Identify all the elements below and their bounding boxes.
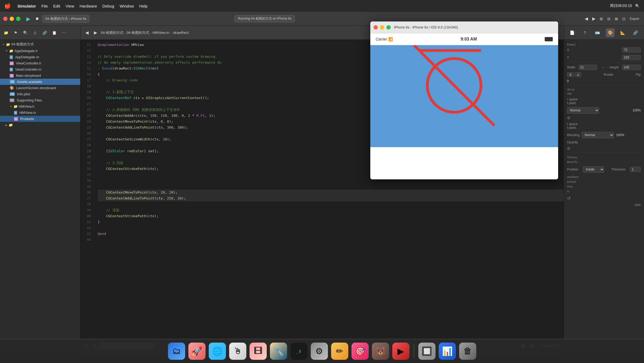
sidebar-btn-4[interactable]: ⚠	[31, 29, 39, 37]
dock-launchpad[interactable]: 🚀	[188, 343, 206, 360]
file-label: Assets.xcassets	[17, 80, 42, 84]
x-input[interactable]	[622, 47, 641, 53]
dock-terminal[interactable]: _$	[290, 343, 308, 360]
sidebar-btn-3[interactable]: 🔍	[21, 29, 29, 37]
file-tree-item-appdelegatem[interactable]: m ViewController.h	[0, 60, 80, 66]
file-label: ViewController.m	[15, 67, 41, 71]
position-select[interactable]: Inside	[583, 166, 604, 173]
dock-finder2[interactable]: 🔲	[418, 343, 436, 360]
file-tree-item-mainstoryboard[interactable]: SB Assets.xcassets	[0, 79, 80, 85]
minimize-window-button[interactable]	[10, 17, 14, 21]
file-tree-supportingfiles[interactable]: ▼ 📁 HMView.h	[0, 103, 80, 110]
sidebar-btn-2[interactable]: ⚑	[12, 29, 19, 37]
blending-opacity-1: 100%	[632, 108, 641, 112]
dock-photos[interactable]: 🎞	[250, 343, 267, 360]
file-tree-item-viewcontrollerh[interactable]: h ViewController.m	[0, 66, 80, 72]
dock-trash[interactable]: 🗑	[459, 343, 476, 360]
file-tree-item-hmviewh[interactable]: h HMView.m	[0, 110, 80, 116]
menu-edit[interactable]: Edit	[53, 4, 60, 8]
height-label: Height	[609, 66, 619, 69]
inspector-panel: 📄 ? 🪪 🎨 📐 🔗 Point { X Y	[564, 26, 644, 353]
dock-sketch[interactable]: ✏	[331, 343, 348, 360]
menu-simulator[interactable]: Simulator	[17, 4, 36, 8]
height-input[interactable]	[622, 65, 641, 70]
maximize-window-button[interactable]	[16, 17, 20, 21]
nav-left-button[interactable]: ◀	[583, 14, 590, 23]
menu-debug[interactable]: Debug	[103, 4, 114, 8]
apple-menu[interactable]: 🍎	[4, 3, 11, 9]
width-input[interactable]	[579, 65, 597, 70]
assets-icon: 🎨	[10, 86, 14, 90]
breadcrumb-part-4[interactable]: -drawRect:	[173, 31, 189, 35]
sidebar-btn-5[interactable]: 🔗	[41, 29, 48, 37]
iphone-drawing-canvas	[370, 45, 558, 147]
gear-icon-2[interactable]: ⚙	[567, 146, 570, 151]
file-tree-subfolder[interactable]: ▼ 📁 AppDelegate.h	[0, 48, 80, 54]
drawing-svg	[370, 45, 558, 147]
editor-nav-right[interactable]: ▶	[92, 28, 99, 37]
layout-btn-1[interactable]: ⊞	[598, 14, 605, 23]
dock-bear[interactable]: 🐻	[372, 343, 389, 360]
point-label: Point {	[567, 43, 576, 46]
able-label: able	[635, 203, 641, 207]
layout-btn-3[interactable]: ⊠	[613, 14, 620, 23]
inspector-size-icon[interactable]: 📐	[619, 28, 627, 37]
breadcrumb-part-2[interactable]: 04-检图的方式	[127, 30, 149, 35]
stop-button[interactable]: ■	[34, 14, 40, 23]
breadcrumb-part-1[interactable]: 04-检图的方式	[101, 30, 123, 35]
file-m-icon: m	[14, 117, 18, 121]
close-window-button[interactable]	[3, 17, 8, 21]
text-style-a[interactable]: a	[575, 72, 581, 77]
menu-file[interactable]: File	[41, 4, 48, 8]
dock-keynote[interactable]: 📊	[439, 343, 456, 360]
inspector-file-icon[interactable]: 📄	[568, 28, 577, 37]
sidebar-btn-7[interactable]: ⋯	[60, 29, 68, 37]
menu-window[interactable]: Window	[120, 4, 134, 8]
scheme-selector[interactable]: 04-检图的方式 › iPhone 6s	[42, 15, 89, 23]
blending-mode-select-1[interactable]: Normal	[567, 107, 599, 114]
gear-icon-1[interactable]: ⚙	[567, 116, 570, 120]
run-button[interactable]: ▶	[25, 14, 32, 23]
sim-min-button[interactable]	[380, 25, 384, 30]
y-input[interactable]	[622, 55, 641, 60]
inspector-identity-icon[interactable]: 🪪	[593, 28, 602, 37]
file-h-icon: h	[10, 68, 13, 71]
export-btn[interactable]: Export	[628, 14, 641, 23]
file-tree-root[interactable]: ▼ 📁 04-检图的方式	[0, 41, 80, 48]
menu-help[interactable]: Help	[139, 4, 148, 8]
dock-prefs[interactable]: ⚙	[311, 343, 328, 360]
file-tree-item-viewcontrollerm[interactable]: m Main.storyboard	[0, 72, 80, 79]
inspector-attributes-icon[interactable]: 🎨	[606, 28, 614, 37]
sim-max-button[interactable]	[386, 25, 391, 30]
inspector-connections-icon[interactable]: 🔗	[631, 28, 640, 37]
file-tree-item-hmviewm[interactable]: m Products	[0, 116, 80, 122]
search-icon[interactable]: 🔍	[635, 4, 640, 8]
sidebar-btn-6[interactable]: 📋	[50, 29, 58, 37]
file-m-icon: m	[10, 74, 14, 78]
file-m-icon: m	[10, 61, 14, 65]
inspector-quickhelp-icon[interactable]: ?	[581, 28, 589, 37]
file-tree-item-assets[interactable]: 🎨 LaunchScreen.storyboard	[0, 85, 80, 91]
thickness-input[interactable]	[630, 167, 641, 172]
dock-media[interactable]: ▶	[392, 343, 409, 360]
sim-close-button[interactable]	[374, 25, 378, 30]
blending-mode-select-2[interactable]: Normal	[582, 132, 614, 138]
layout-btn-2[interactable]: ⊟	[606, 14, 612, 23]
menu-hardware[interactable]: Hardware	[79, 4, 97, 8]
dock-tools[interactable]: 🔧	[270, 343, 287, 360]
file-tree-item-launchscreen[interactable]: SB Info.plist	[0, 91, 80, 97]
menu-view[interactable]: View	[65, 4, 74, 8]
dock-mouse[interactable]: 🖱	[229, 343, 246, 360]
breadcrumb-part-3[interactable]: HMView.m	[152, 31, 169, 35]
file-tree-item-appdelegateh[interactable]: h AppDelegate.m	[0, 54, 80, 60]
sidebar-btn-1[interactable]: 📁	[2, 29, 10, 37]
text-style-A[interactable]: A	[567, 72, 574, 77]
dock-safari[interactable]: 🌐	[209, 343, 226, 360]
layout-btn-4[interactable]: ⊡	[621, 14, 627, 23]
nav-right-button[interactable]: ▶	[591, 14, 597, 23]
editor-nav-left[interactable]: ◀	[84, 28, 90, 37]
file-tree-products[interactable]: ▶ 📁	[0, 122, 80, 128]
dock-finder[interactable]: 🗂	[168, 343, 185, 360]
file-tree-item-infoplist[interactable]: PL Supporting Files	[0, 97, 80, 103]
dock-pink-app[interactable]: 🎯	[352, 343, 369, 360]
